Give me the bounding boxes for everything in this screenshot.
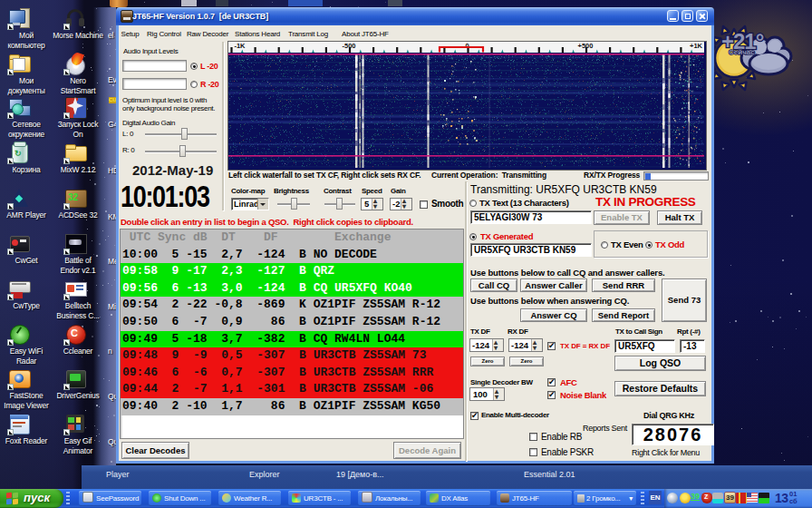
svg-text:-1K: -1K bbox=[234, 42, 246, 50]
svg-text:0: 0 bbox=[465, 42, 469, 50]
svg-text:+1K: +1K bbox=[690, 42, 703, 50]
svg-text:+500: +500 bbox=[578, 42, 594, 50]
svg-text:-500: -500 bbox=[342, 42, 355, 50]
